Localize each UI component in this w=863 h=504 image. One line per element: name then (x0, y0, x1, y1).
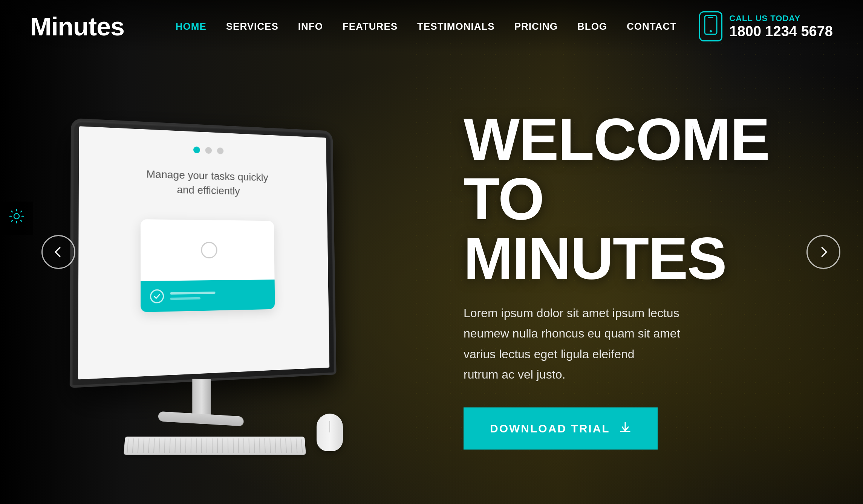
card-circle (201, 242, 217, 258)
monitor-bezel: Manage your tasks quicklyand efficiently (70, 118, 337, 388)
card-bottom (141, 280, 275, 313)
nav-blog[interactable]: BLOG (577, 21, 607, 32)
nav-home[interactable]: HOME (176, 21, 207, 32)
svg-point-3 (14, 214, 19, 219)
nav-testimonials[interactable]: TESTIMONIALS (417, 21, 495, 32)
phone-icon-wrap (699, 11, 722, 41)
monitor-stand-neck (192, 379, 211, 417)
nav-contact[interactable]: CONTACT (627, 21, 676, 32)
monitor-screen: Manage your tasks quicklyand efficiently (78, 126, 329, 379)
call-box: CALL US TODAY 1800 1234 5678 (699, 11, 833, 41)
call-label: CALL US TODAY (729, 14, 833, 23)
screen-card (141, 219, 275, 312)
dot-2 (205, 147, 212, 154)
svg-point-1 (710, 30, 712, 32)
call-number: 1800 1234 5678 (729, 23, 833, 40)
card-line-1 (170, 292, 215, 295)
hero-section: Minutes HOME SERVICES INFO FEATURES TEST… (0, 0, 863, 504)
navbar: Minutes HOME SERVICES INFO FEATURES TEST… (0, 0, 863, 53)
phone-icon (704, 15, 718, 38)
dot-1 (193, 147, 200, 153)
carousel-next-button[interactable] (806, 235, 840, 269)
card-line-2 (170, 297, 200, 300)
hero-title-line1: WELCOME (464, 106, 769, 172)
settings-button[interactable] (0, 202, 33, 235)
download-icon (619, 421, 631, 436)
download-trial-button[interactable]: DOWNLOAD TRIAL (464, 407, 658, 449)
screen-text: Manage your tasks quicklyand efficiently (146, 166, 268, 199)
gear-icon (9, 208, 24, 228)
card-check-icon (150, 289, 164, 304)
keyboard (124, 437, 306, 455)
hero-title: WELCOME TO MINUTES (464, 109, 757, 288)
nav-features[interactable]: FEATURES (343, 21, 398, 32)
download-label: DOWNLOAD TRIAL (490, 422, 610, 435)
nav-pricing[interactable]: PRICING (514, 21, 558, 32)
nav-links: HOME SERVICES INFO FEATURES TESTIMONIALS… (176, 21, 677, 32)
screen-dots (193, 147, 223, 154)
nav-info[interactable]: INFO (298, 21, 323, 32)
hero-description: Lorem ipsum dolor sit amet ipsum lectus … (464, 303, 712, 385)
monitor-illustration: Manage your tasks quicklyand efficiently (30, 124, 369, 481)
call-text: CALL US TODAY 1800 1234 5678 (729, 14, 833, 40)
hero-title-line2: TO MINUTES (464, 165, 726, 291)
carousel-prev-button[interactable] (41, 235, 75, 269)
hero-content: WELCOME TO MINUTES Lorem ipsum dolor sit… (464, 109, 757, 450)
dot-3 (217, 147, 224, 154)
card-lines (170, 292, 215, 300)
mouse (317, 414, 343, 451)
nav-services[interactable]: SERVICES (226, 21, 278, 32)
card-top (141, 219, 275, 281)
brand-logo[interactable]: Minutes (30, 12, 124, 41)
